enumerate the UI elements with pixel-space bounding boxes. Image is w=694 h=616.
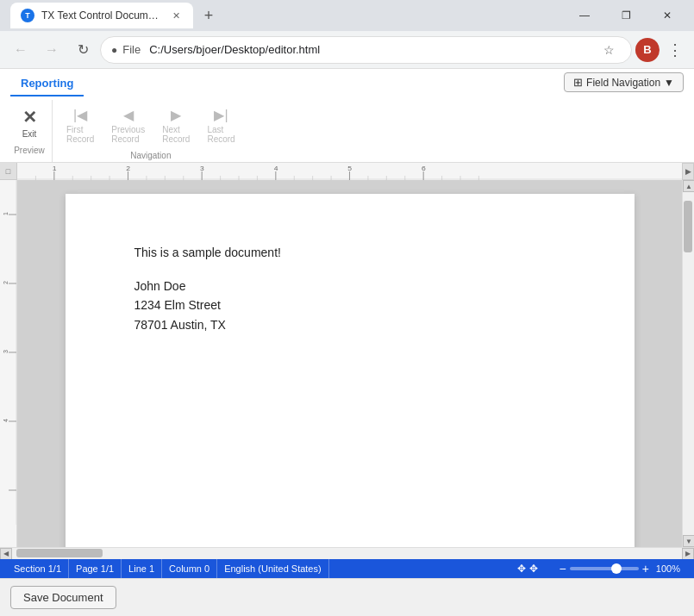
exit-icon: ✕ <box>22 107 37 128</box>
first-record-button[interactable]: |◀ FirstRecord <box>59 103 101 147</box>
active-tab[interactable]: T TX Text Control Document Edit... ✕ <box>10 3 193 28</box>
field-nav-icon: ⊞ <box>573 76 583 89</box>
vertical-scrollbar: ▲ ▼ <box>682 180 694 547</box>
refresh-button[interactable]: ↻ <box>69 36 97 64</box>
ribbon: Reporting ⊞ Field Navigation ▼ ✕ Exit <box>0 69 694 163</box>
ribbon-group-preview: ✕ Exit Preview <box>7 100 53 162</box>
forward-button[interactable]: → <box>38 36 66 64</box>
address-label: File <box>122 43 141 56</box>
restore-button[interactable]: ❐ <box>606 2 646 29</box>
minimize-button[interactable]: — <box>565 2 604 29</box>
last-record-label: LastRecord <box>207 125 234 144</box>
status-move-icons: ✥ ✥ <box>510 559 552 578</box>
zoom-plus-icon[interactable]: + <box>642 562 649 576</box>
status-section: Section 1/1 <box>7 559 69 578</box>
svg-text:1: 1 <box>3 212 9 215</box>
ribbon-group-navigation: |◀ FirstRecord ◀ PreviousRecord ▶ NextRe… <box>53 100 249 162</box>
ruler-container: □ 1 2 3 <box>0 163 694 180</box>
h-scroll-track[interactable] <box>12 548 682 559</box>
navigation-group-label: Navigation <box>59 151 242 162</box>
svg-text:3: 3 <box>3 350 9 353</box>
ribbon-tabs: Reporting ⊞ Field Navigation ▼ <box>0 69 694 96</box>
ruler-corner-icon: □ <box>6 167 10 176</box>
scroll-up-button[interactable]: ▲ <box>683 180 694 192</box>
address-file-icon: ● <box>111 44 117 56</box>
tab-favicon: T <box>21 9 34 22</box>
last-record-button[interactable]: ▶| LastRecord <box>200 103 241 147</box>
ruler-scroll-right[interactable]: ▶ <box>682 163 694 180</box>
svg-text:6: 6 <box>422 165 426 172</box>
tab-close-button[interactable]: ✕ <box>169 9 183 22</box>
doc-line-sample: This is a sample document! <box>134 246 566 259</box>
vertical-ruler: 1 2 3 4 <box>0 180 17 547</box>
ribbon-content: ✕ Exit Preview |◀ FirstRecord ◀ <box>0 96 694 162</box>
doc-line-city: 78701 Austin, TX <box>134 315 566 334</box>
save-document-button[interactable]: Save Document <box>10 586 116 609</box>
next-record-icon: ▶ <box>171 107 181 123</box>
doc-line-street: 1234 Elm Street <box>134 296 566 314</box>
zoom-percentage: 100% <box>656 563 680 574</box>
status-language: English (United States) <box>217 559 329 578</box>
navigation-buttons: |◀ FirstRecord ◀ PreviousRecord ▶ NextRe… <box>59 100 242 151</box>
document-scroll[interactable]: This is a sample document! John Doe 1234… <box>17 180 682 547</box>
title-bar: T TX Text Control Document Edit... ✕ + —… <box>0 0 694 31</box>
scroll-track-v[interactable] <box>683 192 694 535</box>
svg-text:2: 2 <box>3 281 9 284</box>
browser-menu-button[interactable]: ⋮ <box>663 38 687 62</box>
preview-group-label: Preview <box>14 146 45 157</box>
close-button[interactable]: ✕ <box>647 2 687 29</box>
svg-text:4: 4 <box>3 419 9 422</box>
last-record-icon: ▶| <box>214 107 228 123</box>
field-nav-chevron-icon: ▼ <box>664 77 674 89</box>
nav-bar: ← → ↻ ● File C:/Users/bjoer/Desktop/edit… <box>0 31 694 69</box>
bookmark-button[interactable]: ☆ <box>597 38 621 62</box>
scroll-left-button[interactable]: ◀ <box>0 548 12 560</box>
zoom-minus-icon[interactable]: − <box>559 562 566 576</box>
first-record-icon: |◀ <box>73 107 87 123</box>
previous-record-icon: ◀ <box>123 107 134 123</box>
document-area: 1 2 3 4 This is a sample document! John … <box>0 180 694 547</box>
move-icon: ✥ <box>517 563 526 575</box>
svg-text:3: 3 <box>200 165 204 172</box>
next-record-button[interactable]: ▶ NextRecord <box>155 103 197 147</box>
field-navigation-button[interactable]: ⊞ Field Navigation ▼ <box>564 72 684 92</box>
field-nav-label: Field Navigation <box>586 77 660 89</box>
back-button[interactable]: ← <box>7 36 34 64</box>
profile-button[interactable]: B <box>635 38 660 62</box>
doc-line-name: John Doe <box>134 277 566 296</box>
move-icon2: ✥ <box>529 563 538 575</box>
bottom-area: Save Document <box>0 578 694 616</box>
next-record-label: NextRecord <box>162 125 190 144</box>
horizontal-ruler: 1 2 3 4 5 6 <box>17 163 682 180</box>
tab-reporting[interactable]: Reporting <box>10 72 84 96</box>
browser-frame: T TX Text Control Document Edit... ✕ + —… <box>0 0 694 616</box>
tab-title: TX Text Control Document Edit... <box>41 9 162 22</box>
address-value: C:/Users/bjoer/Desktop/editor.html <box>149 43 320 56</box>
previous-record-button[interactable]: ◀ PreviousRecord <box>104 103 152 147</box>
address-bar[interactable]: ● File C:/Users/bjoer/Desktop/editor.htm… <box>100 36 632 64</box>
zoom-area: − + 100% <box>552 562 687 576</box>
doc-address-block: John Doe 1234 Elm Street 78701 Austin, T… <box>134 277 566 334</box>
preview-buttons: ✕ Exit <box>14 100 45 146</box>
svg-text:5: 5 <box>347 165 352 172</box>
app-area: Reporting ⊞ Field Navigation ▼ ✕ Exit <box>0 69 694 616</box>
scroll-right-button[interactable]: ▶ <box>682 548 694 560</box>
scroll-down-button[interactable]: ▼ <box>683 535 694 547</box>
zoom-slider-thumb[interactable] <box>611 563 622 574</box>
svg-text:4: 4 <box>274 165 278 172</box>
zoom-slider-track[interactable] <box>570 567 639 570</box>
exit-button[interactable]: ✕ Exit <box>14 103 45 142</box>
window-controls: — ❐ ✕ <box>565 2 687 29</box>
document-page: This is a sample document! John Doe 1234… <box>66 194 635 547</box>
status-page: Page 1/1 <box>69 559 122 578</box>
h-scroll-thumb[interactable] <box>16 549 103 557</box>
svg-text:1: 1 <box>53 165 57 172</box>
horizontal-scrollbar: ◀ ▶ <box>0 547 694 559</box>
svg-text:2: 2 <box>126 165 130 172</box>
status-column: Column 0 <box>162 559 217 578</box>
status-line: Line 1 <box>122 559 162 578</box>
scroll-thumb-v[interactable] <box>684 201 692 252</box>
first-record-label: FirstRecord <box>66 125 94 144</box>
status-bar: Section 1/1 Page 1/1 Line 1 Column 0 Eng… <box>0 559 694 578</box>
new-tab-button[interactable]: + <box>197 3 221 28</box>
